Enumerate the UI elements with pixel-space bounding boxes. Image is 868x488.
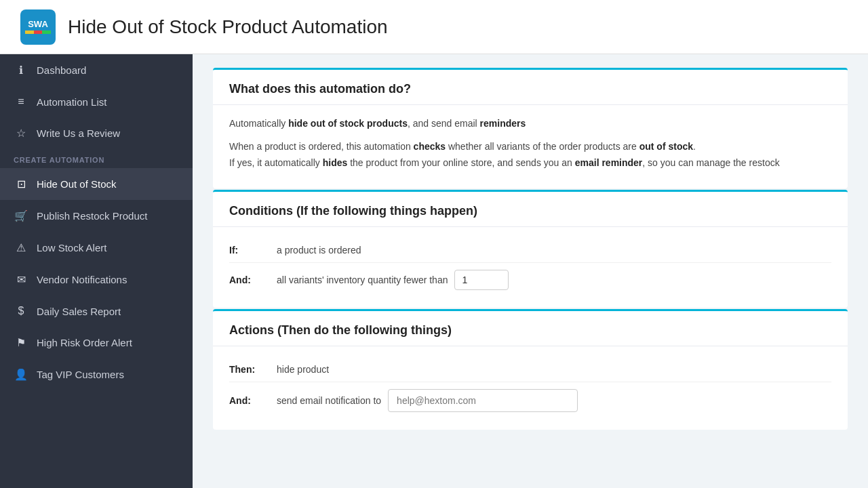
warning-icon: ⚠ bbox=[14, 241, 28, 254]
desc2-mid1: whether all variants of the order produc… bbox=[446, 141, 639, 152]
sidebar-item-publish-restock[interactable]: 🛒 Publish Restock Product bbox=[0, 200, 193, 232]
desc2-bold1: checks bbox=[414, 141, 446, 152]
logo: SWA bbox=[20, 9, 56, 45]
sidebar-label-publish-restock: Publish Restock Product bbox=[37, 210, 147, 222]
action-row-2: And: send email notification to bbox=[229, 382, 831, 419]
logo-text: SWA bbox=[28, 20, 48, 28]
logo-bar bbox=[25, 30, 51, 34]
sidebar-label-daily-sales-report: Daily Sales Report bbox=[37, 306, 121, 317]
dollar-icon: $ bbox=[14, 305, 28, 317]
condition-row-2: And: all variants' inventory quantity fe… bbox=[229, 263, 831, 297]
desc1-bold2: reminders bbox=[480, 118, 526, 129]
sidebar-item-daily-sales-report[interactable]: $ Daily Sales Report bbox=[0, 296, 193, 327]
main-content: What does this automation do? Automatica… bbox=[193, 54, 868, 488]
email-input[interactable] bbox=[388, 389, 578, 412]
layout: ℹ Dashboard ≡ Automation List ☆ Write Us… bbox=[0, 54, 868, 488]
desc2: When a product is ordered, this automati… bbox=[229, 139, 831, 171]
quantity-input[interactable] bbox=[454, 270, 509, 290]
star-icon: ☆ bbox=[14, 127, 28, 140]
flag-icon: ⚑ bbox=[14, 336, 28, 349]
condition-text-1: a product is ordered bbox=[277, 245, 361, 256]
sidebar-label-automation-list: Automation List bbox=[37, 96, 106, 108]
what-card-body: Automatically hide out of stock products… bbox=[213, 105, 848, 188]
conditions-heading: Conditions (If the following things happ… bbox=[229, 204, 831, 218]
create-automation-header: CREATE AUTOMATION bbox=[0, 149, 193, 168]
sidebar-item-automation-list[interactable]: ≡ Automation List bbox=[0, 86, 193, 117]
sidebar-item-high-risk-order-alert[interactable]: ⚑ High Risk Order Alert bbox=[0, 327, 193, 359]
cart-icon: 🛒 bbox=[14, 209, 28, 222]
desc3-mid1: the product from your online store, and … bbox=[347, 157, 574, 168]
desc1-prefix: Automatically bbox=[229, 118, 288, 129]
sidebar-item-vendor-notifications[interactable]: ✉ Vendor Notifications bbox=[0, 264, 193, 296]
sidebar-label-tag-vip-customers: Tag VIP Customers bbox=[37, 369, 124, 380]
desc3-bold1: hides bbox=[323, 157, 348, 168]
sidebar-label-dashboard: Dashboard bbox=[37, 64, 86, 76]
condition-label-2: And: bbox=[229, 274, 270, 285]
desc3-bold2: email reminder bbox=[575, 157, 643, 168]
person-icon: 👤 bbox=[14, 368, 28, 381]
desc3-end: , so you can manage the restock bbox=[642, 157, 779, 168]
desc2-end: . bbox=[693, 141, 696, 152]
condition-label-1: If: bbox=[229, 245, 270, 256]
sidebar-label-write-review: Write Us a Review bbox=[37, 127, 120, 139]
sidebar-label-low-stock-alert: Low Stock Alert bbox=[37, 242, 106, 253]
action-text-2: send email notification to bbox=[277, 395, 381, 406]
action-text-1: hide product bbox=[277, 364, 329, 375]
box-icon: ⊡ bbox=[14, 178, 28, 190]
header: SWA Hide Out of Stock Product Automation bbox=[0, 0, 868, 54]
desc1-mid: , and send email bbox=[408, 118, 480, 129]
mail-icon: ✉ bbox=[14, 273, 28, 286]
conditions-card: Conditions (If the following things happ… bbox=[213, 190, 848, 308]
desc1: Automatically hide out of stock products… bbox=[229, 116, 831, 132]
what-heading: What does this automation do? bbox=[229, 82, 831, 96]
actions-card: Actions (Then do the following things) T… bbox=[213, 309, 848, 430]
sidebar-item-write-review[interactable]: ☆ Write Us a Review bbox=[0, 117, 193, 149]
sidebar-item-dashboard[interactable]: ℹ Dashboard bbox=[0, 54, 193, 86]
condition-row-1: If: a product is ordered bbox=[229, 238, 831, 263]
desc3-prefix: If yes, it automatically bbox=[229, 157, 323, 168]
content-area: What does this automation do? Automatica… bbox=[193, 54, 868, 451]
actions-heading: Actions (Then do the following things) bbox=[229, 323, 831, 338]
condition-text-2: all variants' inventory quantity fewer t… bbox=[277, 274, 448, 285]
desc2-prefix: When a product is ordered, this automati… bbox=[229, 141, 414, 152]
action-row-1: Then: hide product bbox=[229, 357, 831, 382]
conditions-card-body: If: a product is ordered And: all varian… bbox=[213, 227, 848, 308]
page-title: Hide Out of Stock Product Automation bbox=[68, 16, 388, 38]
sidebar: ℹ Dashboard ≡ Automation List ☆ Write Us… bbox=[0, 54, 193, 488]
action-label-1: Then: bbox=[229, 364, 270, 375]
what-card: What does this automation do? Automatica… bbox=[213, 68, 848, 188]
actions-card-body: Then: hide product And: send email notif… bbox=[213, 346, 848, 430]
sidebar-item-hide-out-of-stock[interactable]: ⊡ Hide Out of Stock bbox=[0, 168, 193, 200]
sidebar-label-hide-out-of-stock: Hide Out of Stock bbox=[37, 178, 117, 190]
sidebar-label-vendor-notifications: Vendor Notifications bbox=[37, 274, 127, 285]
action-label-2: And: bbox=[229, 395, 270, 406]
sidebar-label-high-risk-order-alert: High Risk Order Alert bbox=[37, 337, 132, 348]
desc2-bold2: out of stock bbox=[639, 141, 693, 152]
sidebar-item-low-stock-alert[interactable]: ⚠ Low Stock Alert bbox=[0, 232, 193, 264]
info-icon: ℹ bbox=[14, 64, 28, 77]
conditions-card-header: Conditions (If the following things happ… bbox=[213, 192, 848, 227]
what-card-header: What does this automation do? bbox=[213, 70, 848, 105]
list-icon: ≡ bbox=[14, 96, 28, 108]
actions-card-header: Actions (Then do the following things) bbox=[213, 311, 848, 346]
desc1-bold1: hide out of stock products bbox=[288, 118, 408, 129]
sidebar-item-tag-vip-customers[interactable]: 👤 Tag VIP Customers bbox=[0, 359, 193, 390]
